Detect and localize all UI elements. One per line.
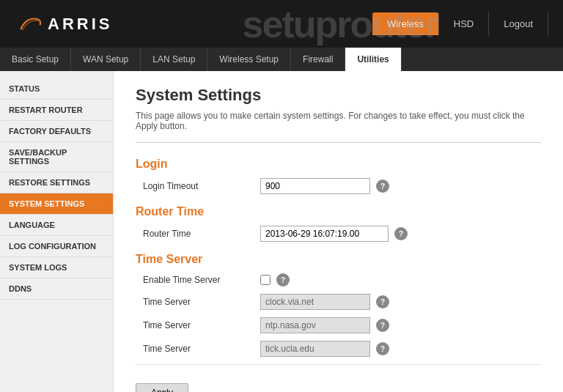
top-nav-wireless[interactable]: Wireless (372, 12, 439, 35)
time-server-section-title: Time Server (136, 253, 541, 266)
top-nav: Wireless HSD Logout (372, 12, 548, 35)
time-server-1-input[interactable] (260, 294, 370, 310)
enable-time-server-label: Enable Time Server (143, 275, 260, 285)
router-time-help-icon[interactable]: ? (394, 227, 408, 240)
login-timeout-label: Login Timeout (143, 181, 260, 191)
sidebar-item-language[interactable]: LANGUAGE (0, 215, 113, 236)
sidebar-item-system-logs[interactable]: SYSTEM LOGS (0, 257, 113, 278)
login-section-title: Login (136, 158, 541, 171)
logo-area: ARRIS (15, 15, 112, 34)
sidebar: STATUS RESTART ROUTER FACTORY DEFAULTS S… (0, 71, 114, 392)
sidebar-item-ddns[interactable]: DDNS (0, 278, 113, 300)
page-description: This page allows you to make certain sys… (136, 111, 541, 143)
arris-logo-text: ARRIS (48, 15, 112, 34)
time-server-3-label: Time Server (143, 344, 260, 354)
page-title: System Settings (136, 86, 541, 105)
router-time-row: Router Time ? (136, 226, 541, 242)
nav-wan-setup[interactable]: WAN Setup (71, 48, 141, 71)
router-time-label: Router Time (143, 229, 260, 239)
sidebar-item-restore[interactable]: RESTORE SETTINGS (0, 172, 113, 193)
sidebar-item-log-config[interactable]: LOG CONFIGURATION (0, 236, 113, 257)
apply-button[interactable]: Apply (136, 383, 188, 392)
sidebar-item-save-backup[interactable]: SAVE/BACKUP SETTINGS (0, 142, 113, 172)
arris-logo-icon (15, 15, 48, 33)
sidebar-item-system-settings[interactable]: SYSTEM SETTINGS (0, 193, 113, 215)
login-timeout-row: Login Timeout ? (136, 178, 541, 194)
time-server-2-help-icon[interactable]: ? (376, 319, 389, 332)
content-divider (136, 364, 541, 365)
router-time-input[interactable] (260, 226, 389, 242)
header: ARRIS setuprouter Wireless HSD Logout (0, 0, 563, 48)
time-server-3-help-icon[interactable]: ? (376, 342, 389, 355)
time-server-2-row: Time Server ? (136, 317, 541, 333)
sidebar-item-factory-defaults[interactable]: FACTORY DEFAULTS (0, 121, 113, 142)
enable-time-server-row: Enable Time Server ? (136, 273, 541, 286)
nav-lan-setup[interactable]: LAN Setup (141, 48, 207, 71)
content-area: System Settings This page allows you to … (114, 71, 563, 392)
top-nav-logout[interactable]: Logout (489, 12, 548, 35)
nav-firewall[interactable]: Firewall (291, 48, 345, 71)
nav-bar: Basic Setup WAN Setup LAN Setup Wireless… (0, 48, 563, 71)
nav-basic-setup[interactable]: Basic Setup (0, 48, 71, 71)
login-timeout-help-icon[interactable]: ? (376, 180, 389, 193)
time-server-1-row: Time Server ? (136, 294, 541, 310)
sidebar-item-status[interactable]: STATUS (0, 78, 113, 100)
time-server-2-label: Time Server (143, 320, 260, 330)
main-layout: STATUS RESTART ROUTER FACTORY DEFAULTS S… (0, 71, 563, 392)
time-server-1-label: Time Server (143, 297, 260, 307)
top-nav-hsd[interactable]: HSD (439, 12, 489, 35)
time-server-2-input[interactable] (260, 317, 370, 333)
time-server-3-row: Time Server ? (136, 341, 541, 357)
router-time-section-title: Router Time (136, 205, 541, 218)
enable-time-server-checkbox[interactable] (260, 275, 271, 285)
sidebar-item-restart-router[interactable]: RESTART ROUTER (0, 100, 113, 121)
login-timeout-input[interactable] (260, 178, 370, 194)
enable-time-server-help-icon[interactable]: ? (276, 273, 290, 286)
time-server-1-help-icon[interactable]: ? (376, 295, 389, 308)
nav-utilities[interactable]: Utilities (345, 48, 401, 71)
time-server-3-input[interactable] (260, 341, 370, 357)
nav-wireless-setup[interactable]: Wireless Setup (207, 48, 291, 71)
